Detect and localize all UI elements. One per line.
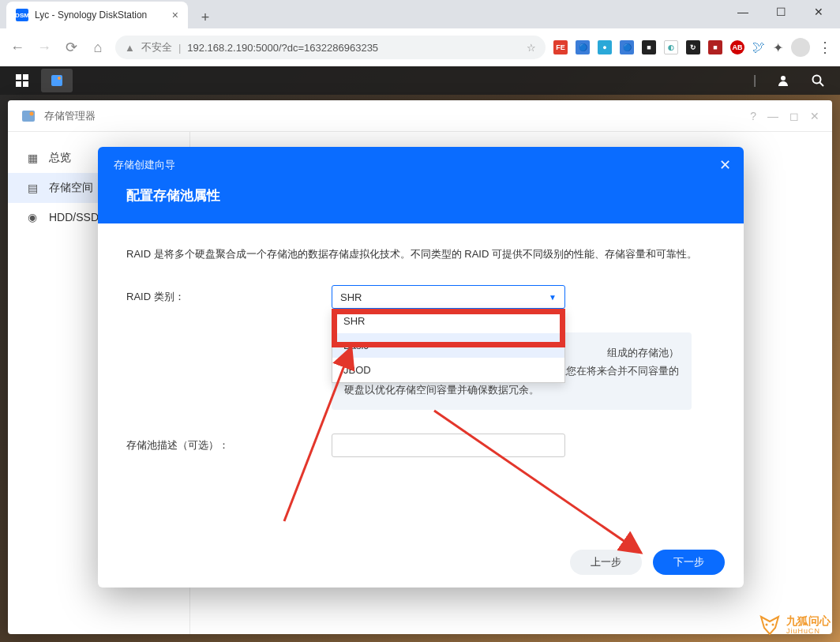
overview-icon: ▦ xyxy=(25,152,39,164)
raid-dropdown: SHR Basic JBOD xyxy=(332,309,565,383)
watermark: 九狐问心 JiuHuCN xyxy=(758,614,831,637)
window-controls: — ☐ ✕ xyxy=(725,0,837,24)
browser-menu-icon[interactable]: ⋮ xyxy=(818,39,832,56)
address-bar: ← → ⟳ ⌂ ▲ 不安全 | 192.168.2.190:5000/?dc=1… xyxy=(0,28,840,66)
window-help-icon[interactable]: ? xyxy=(750,110,756,122)
url-field[interactable]: ▲ 不安全 | 192.168.2.190:5000/?dc=163228696… xyxy=(115,36,546,59)
dsm-taskbar: | xyxy=(0,66,840,95)
taskbar-apps-icon[interactable] xyxy=(6,69,38,92)
storage-wizard-modal: 存储创建向导 配置存储池属性 ✕ RAID 是将多个硬盘聚合成一个存储池的数据存… xyxy=(98,147,744,588)
svg-rect-3 xyxy=(23,81,28,87)
svg-point-5 xyxy=(58,77,61,80)
window-titlebar[interactable]: 存储管理器 ? — ◻ ✕ xyxy=(8,100,832,132)
note-line3: 硬盘以优化存储空间容量并确保数据冗余。 xyxy=(344,384,539,396)
ext-abp-icon[interactable]: AB xyxy=(730,40,744,54)
pool-description-input[interactable] xyxy=(332,434,565,457)
window-close-icon[interactable]: ✕ xyxy=(801,0,837,24)
raid-type-select[interactable]: SHR ▼ xyxy=(332,285,565,309)
svg-point-6 xyxy=(781,76,786,81)
nav-reload-icon[interactable]: ⟳ xyxy=(62,39,81,56)
nav-forward-icon[interactable]: → xyxy=(35,39,54,56)
svg-rect-4 xyxy=(51,75,62,86)
sidebar-label: 总览 xyxy=(49,151,71,165)
nav-back-icon[interactable]: ← xyxy=(8,39,27,56)
window-maximize-icon[interactable]: ☐ xyxy=(763,0,799,24)
note-line1: 组成的存储池） xyxy=(607,347,679,359)
svg-rect-2 xyxy=(16,81,21,87)
window-close-icon[interactable]: ✕ xyxy=(810,110,819,122)
window-min-icon[interactable]: — xyxy=(767,110,778,122)
ext-blue1-icon[interactable]: 🔵 xyxy=(576,40,590,54)
prev-button[interactable]: 上一步 xyxy=(570,550,642,575)
ext-bird-icon[interactable]: 🕊 xyxy=(752,40,765,54)
ext-red-icon[interactable]: ■ xyxy=(708,40,722,54)
svg-point-7 xyxy=(813,76,821,84)
sidebar-label: 存储空间 xyxy=(49,181,93,195)
raid-option-shr[interactable]: SHR xyxy=(332,309,564,333)
not-secure-label: 不安全 xyxy=(141,40,172,54)
sidebar-label: HDD/SSD xyxy=(49,211,99,223)
ext-white-icon[interactable]: ◐ xyxy=(664,40,678,54)
svg-rect-1 xyxy=(23,74,28,80)
watermark-en: JiuHuCN xyxy=(786,628,831,636)
raid-type-label: RAID 类别： xyxy=(126,285,332,304)
not-secure-warning-icon: ▲ xyxy=(125,42,135,54)
svg-point-14 xyxy=(772,624,774,626)
fox-logo-icon xyxy=(758,614,782,637)
next-button[interactable]: 下一步 xyxy=(653,550,725,575)
note-line2: 让您在将来合并不同容量的 xyxy=(556,365,679,377)
wizard-header: 存储创建向导 配置存储池属性 ✕ xyxy=(98,147,744,223)
window-max-icon[interactable]: ◻ xyxy=(789,110,799,122)
ext-dark-icon[interactable]: ■ xyxy=(642,40,656,54)
wizard-breadcrumb: 存储创建向导 xyxy=(114,158,728,172)
taskbar-user-icon[interactable] xyxy=(767,69,799,92)
wizard-footer: 上一步 下一步 xyxy=(98,537,744,588)
wizard-description: RAID 是将多个硬盘聚合成一个存储池的数据存储虚拟化技术。不同类型的 RAID… xyxy=(126,246,715,263)
raid-option-basic[interactable]: Basic xyxy=(332,333,564,358)
browser-tab[interactable]: DSM Lyc - Synology DiskStation × xyxy=(6,2,188,28)
pool-desc-label: 存储池描述（可选）： xyxy=(126,434,332,452)
raid-selected-value: SHR xyxy=(340,291,362,303)
tab-title: Lyc - Synology DiskStation xyxy=(35,9,147,21)
browser-chrome: DSM Lyc - Synology DiskStation × + — ☐ ✕… xyxy=(0,0,840,66)
ext-blue2-icon[interactable]: 🔵 xyxy=(620,40,634,54)
tab-close-icon[interactable]: × xyxy=(172,9,178,21)
window-minimize-icon[interactable]: — xyxy=(725,0,761,24)
svg-point-10 xyxy=(30,111,34,115)
svg-point-13 xyxy=(766,624,768,626)
profile-avatar[interactable] xyxy=(791,38,810,57)
wizard-title: 配置存储池属性 xyxy=(126,186,728,205)
svg-rect-0 xyxy=(16,74,21,80)
ext-puzzle-icon[interactable]: ✦ xyxy=(773,40,783,55)
window-title: 存储管理器 xyxy=(44,109,96,123)
taskbar-search-icon[interactable] xyxy=(802,69,834,92)
storage-icon: ▤ xyxy=(25,182,39,194)
nav-home-icon[interactable]: ⌂ xyxy=(88,39,107,56)
extensions: FE 🔵 ● 🔵 ■ ◐ ↻ ■ AB 🕊 ✦ ⋮ xyxy=(553,38,832,57)
tab-favicon-icon: DSM xyxy=(16,9,28,21)
new-tab-button[interactable]: + xyxy=(194,6,216,28)
wizard-close-icon[interactable]: ✕ xyxy=(719,156,731,174)
ext-fe-icon[interactable]: FE xyxy=(553,40,568,54)
watermark-cn: 九狐问心 xyxy=(786,615,831,627)
tab-strip: DSM Lyc - Synology DiskStation × + — ☐ ✕ xyxy=(0,0,840,28)
taskbar-storage-icon[interactable] xyxy=(41,69,73,92)
url-text: 192.168.2.190:5000/?dc=1632286963235 xyxy=(187,42,378,54)
chevron-down-icon: ▼ xyxy=(549,293,557,302)
star-bookmark-icon[interactable]: ☆ xyxy=(527,42,536,54)
raid-option-jbod[interactable]: JBOD xyxy=(332,358,564,382)
storage-manager-icon xyxy=(21,108,36,124)
svg-line-8 xyxy=(820,83,824,87)
ext-loop-icon[interactable]: ↻ xyxy=(686,40,700,54)
wizard-body: RAID 是将多个硬盘聚合成一个存储池的数据存储虚拟化技术。不同类型的 RAID… xyxy=(98,223,744,537)
ext-cyan-icon[interactable]: ● xyxy=(598,40,612,54)
hdd-icon: ◉ xyxy=(25,211,39,223)
